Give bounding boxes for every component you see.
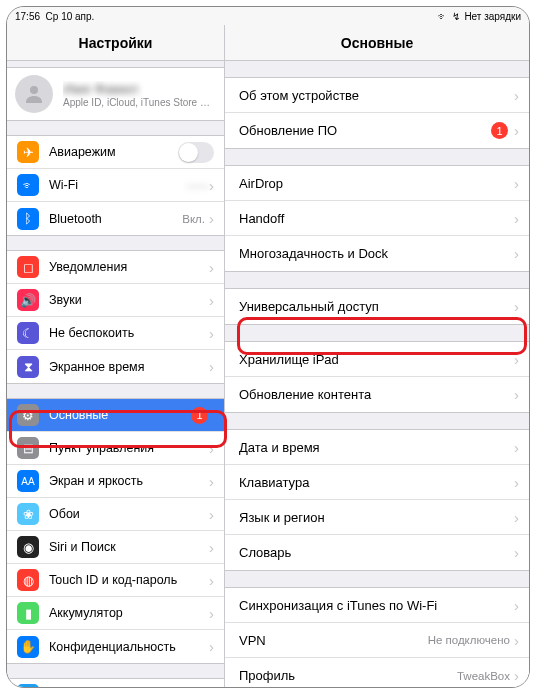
notifications-row[interactable]: ◻Уведомления› <box>7 251 224 284</box>
hand-icon: ✋ <box>17 636 39 658</box>
airplane-row[interactable]: ✈Авиарежим <box>7 136 224 169</box>
about-row[interactable]: Об этом устройстве› <box>225 78 529 113</box>
badge: 1 <box>491 122 508 139</box>
wifi-icon: ᯤ <box>17 174 39 196</box>
siri-icon: ◉ <box>17 536 39 558</box>
speaker-icon: 🔊 <box>17 289 39 311</box>
wifi-row[interactable]: ᯤWi-Fi——› <box>7 169 224 202</box>
flower-icon: ❀ <box>17 503 39 525</box>
appstore-icon: Ⓐ <box>17 684 39 687</box>
battery-row[interactable]: ▮Аккумулятор› <box>7 597 224 630</box>
multitask-row[interactable]: Многозадачность и Dock› <box>225 236 529 271</box>
dnd-row[interactable]: ☾Не беспокоить› <box>7 317 224 350</box>
handoff-row[interactable]: Handoff› <box>225 201 529 236</box>
bluetooth-row[interactable]: ᛒBluetoothВкл.› <box>7 202 224 235</box>
display-icon: AA <box>17 470 39 492</box>
airplane-toggle[interactable] <box>178 142 214 163</box>
general-row[interactable]: ⚙Основные1 <box>7 399 224 432</box>
gear-icon: ⚙ <box>17 404 39 426</box>
accessibility-row[interactable]: Универсальный доступ› <box>225 289 529 324</box>
badge: 1 <box>191 407 208 424</box>
update-row[interactable]: Обновление ПО1› <box>225 113 529 148</box>
general-title: Основные <box>225 25 529 61</box>
svg-point-0 <box>30 86 38 94</box>
display-row[interactable]: AAЭкран и яркость› <box>7 465 224 498</box>
hourglass-icon: ⧗ <box>17 356 39 378</box>
datetime-row[interactable]: Дата и время› <box>225 430 529 465</box>
appstore-row[interactable]: ⒶiTunes Store и App Store› <box>7 679 224 687</box>
chevron-icon: › <box>209 177 214 194</box>
airplane-icon: ✈ <box>17 141 39 163</box>
apple-id-row[interactable]: Имя ФамилApple ID, iCloud, iTunes Store … <box>7 68 224 120</box>
wallpaper-row[interactable]: ❀Обои› <box>7 498 224 531</box>
dictionary-row[interactable]: Словарь› <box>225 535 529 570</box>
avatar <box>15 75 53 113</box>
touchid-row[interactable]: ◍Touch ID и код-пароль› <box>7 564 224 597</box>
profile-row[interactable]: ПрофильTweakBox› <box>225 658 529 687</box>
airdrop-row[interactable]: AirDrop› <box>225 166 529 201</box>
privacy-row[interactable]: ✋Конфиденциальность› <box>7 630 224 663</box>
vpn-row[interactable]: VPNНе подключено› <box>225 623 529 658</box>
settings-title: Настройки <box>7 25 224 61</box>
bluetooth-icon: ᛒ <box>17 208 39 230</box>
content-refresh-row[interactable]: Обновление контента› <box>225 377 529 412</box>
itunes-sync-row[interactable]: Синхронизация с iTunes по Wi-Fi› <box>225 588 529 623</box>
fingerprint-icon: ◍ <box>17 569 39 591</box>
siri-row[interactable]: ◉Siri и Поиск› <box>7 531 224 564</box>
moon-icon: ☾ <box>17 322 39 344</box>
sliders-icon: ⊟ <box>17 437 39 459</box>
status-bar: 17:56 Ср 10 апр. ᯤ↯Нет зарядки <box>7 7 529 25</box>
storage-row[interactable]: Хранилище iPad› <box>225 342 529 377</box>
language-row[interactable]: Язык и регион› <box>225 500 529 535</box>
screentime-row[interactable]: ⧗Экранное время› <box>7 350 224 383</box>
keyboard-row[interactable]: Клавиатура› <box>225 465 529 500</box>
battery-icon: ▮ <box>17 602 39 624</box>
control-center-row[interactable]: ⊟Пункт управления› <box>7 432 224 465</box>
sounds-row[interactable]: 🔊Звуки› <box>7 284 224 317</box>
wifi-icon: ᯤ <box>438 11 448 22</box>
bell-icon: ◻ <box>17 256 39 278</box>
